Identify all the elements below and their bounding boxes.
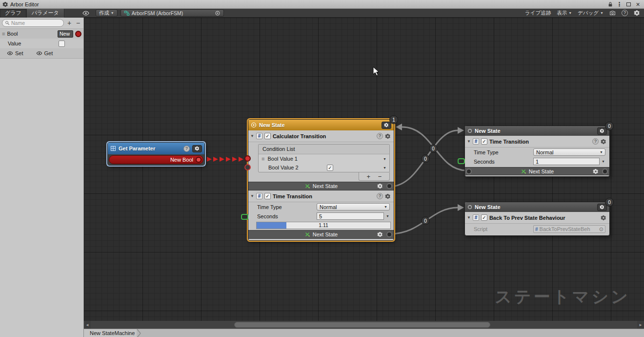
foldout-icon[interactable]: ▼ [250, 194, 254, 198]
behaviour-header-backtoprev[interactable]: ▼ # ✓ Back To Prev State Behaviour [465, 212, 609, 224]
next-state-link-calculator[interactable]: Next State [248, 182, 394, 190]
get-toggle[interactable]: Get [36, 50, 53, 56]
foldout-icon[interactable]: ▼ [467, 215, 471, 220]
tab-chevron-icon [137, 329, 141, 337]
behaviour-header-time[interactable]: ▼ # ✓ Time Transition ? [248, 190, 394, 202]
next-state-link-time[interactable]: Next State [248, 230, 394, 239]
graph-breadcrumb[interactable]: ArborFSM (ArborFSM) [121, 9, 224, 17]
state-node-main[interactable]: New State 1 ▼ # ✓ Calculator Transition … [248, 119, 394, 241]
window-titlebar[interactable]: Arbor Editor ⋮ × [0, 0, 644, 9]
behaviour-enabled-checkbox[interactable]: ✓ [264, 193, 271, 199]
scroll-right-button[interactable]: ► [637, 321, 644, 329]
seconds-input[interactable] [317, 212, 384, 220]
state-node-header[interactable]: New State [248, 120, 394, 130]
help-icon[interactable]: ? [377, 193, 383, 199]
search-box[interactable] [2, 19, 64, 27]
behaviour-header-calculator[interactable]: ▼ # ✓ Calculator Transition ? [248, 130, 394, 142]
time-type-dropdown[interactable]: Normal ▼ [533, 148, 605, 156]
tab-parameter[interactable]: パラメータ [27, 9, 64, 18]
state-node-upper[interactable]: New State 0 ▼ # ✓ Time Transition ? Time… [464, 126, 610, 177]
condition-row-1[interactable]: ≡ Bool Value 1 ▼ [259, 154, 389, 163]
value-checkbox[interactable] [59, 41, 65, 47]
seconds-calc-connector[interactable] [241, 214, 248, 220]
foldout-icon[interactable]: ▼ [467, 139, 471, 144]
behaviour-gear-icon[interactable] [385, 193, 391, 199]
close-button[interactable]: × [634, 1, 642, 8]
bool-output-connector[interactable] [196, 157, 201, 163]
caret-down-icon[interactable]: ▼ [383, 157, 386, 161]
target-icon[interactable] [215, 10, 221, 16]
behaviour-enabled-checkbox[interactable]: ✓ [481, 214, 487, 221]
behaviour-gear-icon[interactable] [601, 215, 606, 221]
state-link-connector-connected[interactable] [466, 168, 472, 174]
state-node-header[interactable]: New State [465, 202, 609, 212]
node-settings-button[interactable] [192, 145, 202, 152]
state-node-lower[interactable]: New State 0 ▼ # ✓ Back To Prev State Beh… [464, 202, 610, 236]
bool-input-connector-empty[interactable] [244, 164, 251, 170]
condition-row-2[interactable]: Bool Value 2 ✓ ▼ [259, 163, 389, 172]
help-icon[interactable]: ? [183, 146, 190, 152]
sidebar-visibility-eye-icon[interactable] [82, 10, 90, 17]
seconds-input[interactable] [533, 158, 600, 165]
grid-icon [110, 146, 116, 151]
add-condition-button[interactable]: + [367, 173, 371, 180]
search-input[interactable] [11, 20, 50, 26]
foldout-icon[interactable]: ▼ [250, 134, 254, 138]
state-link-connector[interactable] [602, 168, 608, 174]
state-link-connector[interactable] [386, 183, 392, 189]
node-settings-button[interactable] [382, 122, 391, 129]
behaviour-enabled-checkbox[interactable]: ✓ [481, 138, 487, 145]
graph-canvas[interactable]: ステートマシン 0 0 0 Get Parameter [84, 18, 644, 321]
help-icon[interactable]: ? [622, 10, 628, 16]
script-object-field[interactable]: # BackToPrevStateBeh ⊙ [533, 225, 605, 233]
behaviour-title: Calculator Transition [273, 133, 375, 139]
slot-type-caret-icon[interactable]: ▼ [602, 160, 605, 163]
lock-icon[interactable] [606, 1, 614, 8]
get-parameter-node[interactable]: Get Parameter ? New Bool [107, 142, 205, 166]
next-state-link[interactable]: Next State [465, 167, 609, 175]
remove-condition-button[interactable]: − [378, 173, 382, 180]
drag-handle-icon[interactable]: ≡ [2, 31, 5, 37]
window-menu-icon[interactable]: ⋮ [616, 1, 623, 8]
seconds-calc-connector[interactable] [458, 158, 465, 164]
settings-gear-icon[interactable] [634, 10, 640, 16]
behaviour-enabled-checkbox[interactable]: ✓ [264, 133, 271, 139]
state-link-connector[interactable] [386, 232, 392, 237]
statemachine-tab[interactable]: New StateMachine [84, 329, 137, 337]
bool-input-connector-connected[interactable] [244, 155, 251, 162]
behaviour-header-time[interactable]: ▼ # ✓ Time Transition ? [465, 136, 609, 147]
scroll-left-button[interactable]: ◄ [84, 321, 91, 329]
link-gear-icon[interactable] [377, 232, 383, 237]
transition-arrow-icon [458, 204, 464, 211]
live-trace-button[interactable]: ライブ追跡 [525, 10, 551, 17]
set-toggle[interactable]: Set [7, 50, 23, 56]
remove-parameter-button[interactable]: − [75, 20, 81, 26]
parameter-row-bool[interactable]: ≡ Bool [0, 28, 83, 39]
behaviour-gear-icon[interactable] [601, 139, 606, 145]
caret-down-icon[interactable]: ▼ [383, 166, 386, 169]
behaviour-gear-icon[interactable] [385, 133, 391, 139]
add-parameter-button[interactable]: + [66, 20, 73, 26]
slot-type-caret-icon[interactable]: ▼ [386, 214, 390, 218]
condition-value-checkbox[interactable]: ✓ [327, 165, 333, 171]
view-menu-button[interactable]: 表示▼ [557, 10, 572, 17]
state-node-header[interactable]: New State [465, 126, 609, 136]
help-icon[interactable]: ? [592, 138, 599, 145]
maximize-button[interactable] [625, 1, 632, 8]
help-icon[interactable]: ? [377, 133, 383, 139]
capture-camera-icon[interactable] [609, 10, 616, 16]
tab-graph[interactable]: グラフ [0, 9, 27, 18]
create-button[interactable]: 作成▼ [96, 9, 118, 17]
debug-menu-button[interactable]: デバッグ▼ [578, 10, 604, 17]
scrollbar-track[interactable] [91, 321, 637, 329]
drag-handle-icon[interactable]: ≡ [262, 156, 264, 162]
time-type-dropdown[interactable]: Normal ▼ [317, 203, 390, 211]
bool-output-pill[interactable]: New Bool [109, 155, 203, 164]
link-gear-icon[interactable] [377, 183, 383, 189]
link-gear-icon[interactable] [593, 168, 599, 174]
bool-parameter-connector[interactable] [75, 31, 81, 37]
parameter-name-field[interactable] [58, 30, 73, 38]
object-picker-icon[interactable]: ⊙ [599, 226, 604, 232]
scrollbar-thumb[interactable] [234, 322, 490, 328]
get-parameter-header[interactable]: Get Parameter ? [108, 143, 204, 154]
